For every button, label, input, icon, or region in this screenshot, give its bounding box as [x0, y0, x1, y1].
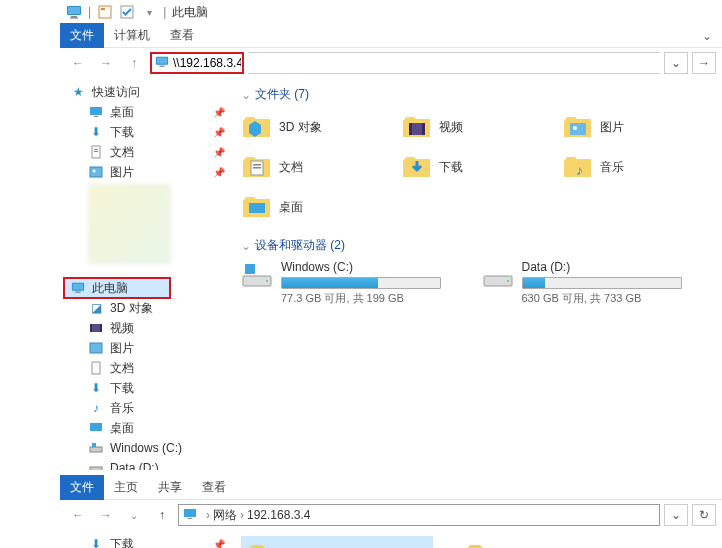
objects3d-icon: ◪ — [88, 300, 104, 316]
sidebar-item-documents2[interactable]: 文档 — [66, 358, 231, 378]
share-folder-icon — [463, 538, 503, 548]
svg-rect-1 — [68, 7, 80, 14]
svg-rect-31 — [422, 123, 425, 135]
folder-3d-objects[interactable]: 3D 对象 — [241, 109, 391, 145]
star-icon: ★ — [70, 84, 86, 100]
sidebar-item-downloads[interactable]: ⬇ 下载📌 — [66, 122, 231, 142]
ribbon-expand-icon[interactable]: ⌄ — [702, 29, 712, 43]
window-title: 此电脑 — [172, 4, 208, 21]
drive-icon — [482, 260, 514, 292]
svg-rect-18 — [73, 284, 84, 290]
tab-file2[interactable]: 文件 — [60, 475, 104, 500]
drive-c[interactable]: Windows (C:) 77.3 GB 可用, 共 199 GB — [241, 260, 472, 306]
chevron-down-icon: ⌄ — [241, 239, 251, 253]
sidebar-item-documents[interactable]: 文档📌 — [66, 142, 231, 162]
tab-home[interactable]: 主页 — [104, 475, 148, 500]
sidebar-item-desktop2[interactable]: 桌面 — [66, 418, 231, 438]
folder-label: 视频 — [439, 119, 463, 136]
network-content: 家庭共享 XXX — [231, 530, 547, 548]
svg-text:♪: ♪ — [576, 162, 583, 178]
sidebar-label: Windows (C:) — [110, 441, 182, 455]
music-icon: ♪ — [88, 400, 104, 416]
downloads-icon — [401, 151, 433, 183]
document-icon — [88, 360, 104, 376]
drive-icon — [88, 460, 104, 470]
sidebar-item-pictures2[interactable]: 图片 — [66, 338, 231, 358]
properties-icon[interactable] — [97, 4, 113, 20]
forward-button2[interactable]: → — [94, 503, 118, 527]
drive-usage-bar — [281, 277, 441, 289]
group-header-folders[interactable]: ⌄文件夹 (7) — [241, 86, 712, 103]
sidebar-label: 文档 — [110, 360, 134, 377]
music-icon: ♪ — [562, 151, 594, 183]
drive-name: Windows (C:) — [281, 260, 472, 274]
recent-dropdown-icon[interactable]: ⌄ — [122, 503, 146, 527]
tab-share[interactable]: 共享 — [148, 475, 192, 500]
sidebar-label: 快速访问 — [92, 84, 140, 101]
refresh-button[interactable]: ↻ — [692, 504, 716, 526]
sidebar-item-desktop[interactable]: 桌面📌 — [66, 102, 231, 122]
sidebar-item-drive-d[interactable]: Data (D:) — [66, 458, 231, 470]
sidebar-item-downloads2[interactable]: ⬇下载 — [66, 378, 231, 398]
svg-rect-32 — [570, 123, 586, 135]
up-button[interactable]: ↑ — [122, 51, 146, 75]
forward-button[interactable]: → — [94, 51, 118, 75]
tab-view2[interactable]: 查看 — [192, 475, 236, 500]
folder-documents[interactable]: 文档 — [241, 149, 391, 185]
pc-icon — [66, 4, 82, 20]
folder-pictures[interactable]: 图片 — [562, 109, 712, 145]
folder-videos[interactable]: 视频 — [401, 109, 551, 145]
breadcrumb-ip[interactable]: 192.168.3.4 — [247, 508, 310, 522]
go-button[interactable]: → — [692, 52, 716, 74]
drive-d[interactable]: Data (D:) 630 GB 可用, 共 733 GB — [482, 260, 713, 306]
address-dropdown2[interactable]: ⌄ — [664, 504, 688, 526]
address-dropdown[interactable]: ⌄ — [664, 52, 688, 74]
share-item-home[interactable]: 家庭共享 — [241, 536, 433, 548]
tab-file[interactable]: 文件 — [60, 23, 104, 48]
sidebar-label: 文档 — [110, 144, 134, 161]
tab-computer[interactable]: 计算机 — [104, 23, 160, 48]
chevron-down-icon: ⌄ — [241, 88, 251, 102]
address-bar2[interactable]: › 网络 › 192.168.3.4 — [178, 504, 660, 526]
drive-icon — [88, 440, 104, 456]
desktop-icon — [88, 420, 104, 436]
check-icon[interactable] — [119, 4, 135, 20]
back-button[interactable]: ← — [66, 51, 90, 75]
address-bar[interactable] — [150, 52, 244, 74]
svg-rect-21 — [90, 324, 92, 332]
share-item-xxx[interactable]: XXX — [463, 536, 537, 548]
breadcrumb-network[interactable]: 网络 — [213, 507, 237, 524]
folder-downloads[interactable]: 下载 — [401, 149, 551, 185]
svg-rect-5 — [101, 8, 105, 10]
pin-icon: 📌 — [213, 539, 225, 549]
folder-desktop[interactable]: 桌面 — [241, 189, 391, 225]
pin-icon: 📌 — [213, 107, 225, 118]
titlebar-sep-icon: | — [88, 5, 91, 19]
titlebar-sep2-icon: | — [163, 5, 166, 19]
sidebar2-downloads[interactable]: ⬇下载📌 — [66, 534, 231, 548]
sidebar-item-music[interactable]: ♪音乐 — [66, 398, 231, 418]
videos-icon — [88, 320, 104, 336]
sidebar-item-3d-objects[interactable]: ◪3D 对象 — [66, 298, 231, 318]
sidebar-quick-access[interactable]: ★ 快速访问 — [66, 82, 231, 102]
sidebar-item-videos[interactable]: 视频 — [66, 318, 231, 338]
svg-rect-9 — [159, 66, 164, 67]
group-header-drives[interactable]: ⌄设备和驱动器 (2) — [241, 237, 712, 254]
sidebar-label: 图片 — [110, 164, 134, 181]
sidebar-item-this-pc[interactable]: 此电脑 — [64, 278, 170, 298]
svg-point-43 — [507, 280, 509, 282]
titlebar-overflow-icon[interactable]: ▾ — [141, 4, 157, 20]
content-area: ⌄文件夹 (7) 3D 对象 视频 图片 文档 下载 ♪音乐 桌面 ⌄设备和驱动… — [231, 78, 722, 470]
up-button2[interactable]: ↑ — [150, 503, 174, 527]
back-button2[interactable]: ← — [66, 503, 90, 527]
sidebar-item-drive-c[interactable]: Windows (C:) — [66, 438, 231, 458]
folder-music[interactable]: ♪音乐 — [562, 149, 712, 185]
folder-label: 3D 对象 — [279, 119, 322, 136]
drive-icon — [241, 260, 273, 292]
videos-icon — [401, 111, 433, 143]
documents-icon — [241, 151, 273, 183]
sidebar: ★ 快速访问 桌面📌 ⬇ 下载📌 文档📌 图片📌 此电脑 ◪3D 对象 视频 图… — [56, 78, 231, 470]
address-input[interactable] — [173, 56, 241, 70]
tab-view[interactable]: 查看 — [160, 23, 204, 48]
sidebar-item-pictures[interactable]: 图片📌 — [66, 162, 231, 182]
